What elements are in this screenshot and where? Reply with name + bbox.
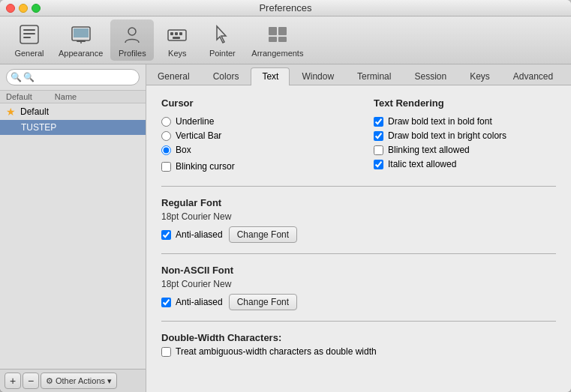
profiles-label: Profiles [119, 49, 146, 58]
regular-change-font-button[interactable]: Change Font [229, 226, 297, 243]
two-col-top: Cursor Underline Vertical Bar [161, 97, 556, 175]
toolbar-general[interactable]: General [8, 19, 51, 61]
italic-text-label: Italic text allowed [388, 159, 456, 169]
toolbar-profiles[interactable]: Profiles [110, 19, 154, 61]
tab-keys[interactable]: Keys [458, 67, 501, 85]
remove-profile-button[interactable]: − [23, 373, 39, 389]
toolbar-pointer[interactable]: Pointer [200, 19, 244, 61]
non-ascii-anti-alias-check[interactable]: Anti-aliased [161, 297, 223, 307]
toolbar-appearance[interactable]: Appearance [53, 19, 109, 61]
text-rendering-title: Text Rendering [374, 97, 556, 109]
blinking-text-checkbox[interactable] [374, 145, 383, 155]
sidebar-header: Default Name [0, 91, 146, 103]
bold-bright-label: Draw bold text in bright colors [388, 130, 506, 141]
cursor-box[interactable]: Box [161, 145, 344, 155]
appearance-icon [69, 22, 93, 46]
double-width-section: Double-Width Characters: Treat ambiguous… [161, 332, 556, 357]
toolbar-keys[interactable]: Keys [155, 19, 199, 61]
text-rendering-col: Text Rendering Draw bold text in bold fo… [374, 97, 556, 175]
col-default: Default [6, 92, 32, 101]
regular-anti-alias-label: Anti-aliased [176, 229, 223, 240]
non-ascii-change-font-button[interactable]: Change Font [229, 294, 297, 310]
bold-bold-label: Draw bold text in bold font [388, 116, 492, 127]
italic-text-checkbox[interactable] [374, 160, 383, 169]
profile-name-default: Default [20, 106, 49, 117]
toolbar-arrangements[interactable]: Arrangements [245, 19, 309, 61]
col-name: Name [55, 92, 77, 101]
cursor-col: Cursor Underline Vertical Bar [161, 97, 344, 175]
regular-anti-alias-checkbox[interactable] [161, 230, 171, 240]
cursor-box-radio[interactable] [161, 145, 171, 155]
cursor-underline[interactable]: Underline [161, 116, 344, 127]
other-actions-label: Other Actions [56, 376, 105, 385]
title-bar: Preferences [0, 0, 571, 16]
add-profile-button[interactable]: + [5, 373, 21, 389]
svg-rect-16 [269, 37, 277, 42]
svg-rect-13 [173, 37, 180, 39]
cursor-title: Cursor [161, 97, 344, 109]
italic-text-check[interactable]: Italic text allowed [374, 159, 556, 169]
non-ascii-anti-alias-label: Anti-aliased [176, 297, 223, 307]
non-ascii-font-row: Anti-aliased Change Font [161, 294, 556, 310]
profile-item-tustep[interactable]: TUSTEP [0, 120, 146, 135]
non-ascii-anti-alias-checkbox[interactable] [161, 298, 171, 307]
sidebar: 🔍 Default Name ★ Default TUSTEP + [0, 64, 146, 392]
sidebar-footer: + − ⚙ Other Actions ▾ [0, 369, 146, 392]
svg-rect-3 [23, 37, 31, 38]
svg-rect-2 [23, 33, 35, 34]
tab-text[interactable]: Text [251, 67, 290, 85]
panel-content: Cursor Underline Vertical Bar [146, 85, 571, 392]
tab-window[interactable]: Window [290, 67, 345, 85]
bold-bright-checkbox[interactable] [374, 131, 383, 141]
profiles-icon [120, 22, 144, 46]
non-ascii-font-section: Non-ASCII Font 18pt Courier New Anti-ali… [161, 265, 556, 310]
treat-ambiguous-checkbox[interactable] [161, 347, 171, 357]
non-ascii-font-name: 18pt Courier New [161, 279, 556, 289]
tab-general[interactable]: General [146, 67, 201, 85]
general-icon [17, 22, 41, 46]
star-icon: ★ [6, 106, 16, 118]
minimize-button[interactable] [19, 4, 28, 13]
blinking-text-check[interactable]: Blinking text allowed [374, 145, 556, 155]
traffic-lights [6, 4, 41, 13]
regular-font-title: Regular Font [161, 197, 556, 208]
tab-bar: General Colors Text Window Terminal Sess… [146, 64, 571, 85]
search-input[interactable] [6, 69, 140, 85]
cursor-vertical-bar-radio[interactable] [161, 131, 171, 141]
tab-colors[interactable]: Colors [202, 67, 251, 85]
tab-advanced[interactable]: Advanced [502, 67, 564, 85]
keys-icon [165, 22, 189, 46]
treat-ambiguous-label: Treat ambiguous-width characters as doub… [176, 346, 377, 357]
arrangements-icon [266, 22, 290, 46]
close-button[interactable] [6, 4, 15, 13]
bold-bold-checkbox[interactable] [374, 117, 383, 127]
blinking-cursor-checkbox[interactable] [161, 162, 171, 172]
window-title: Preferences [259, 2, 311, 13]
general-label: General [14, 49, 44, 58]
svg-rect-5 [74, 28, 89, 37]
regular-anti-alias-check[interactable]: Anti-aliased [161, 229, 223, 240]
cursor-options: Underline Vertical Bar Box [161, 116, 344, 155]
cursor-vertical-bar[interactable]: Vertical Bar [161, 130, 344, 141]
main-panel: General Colors Text Window Terminal Sess… [146, 64, 571, 392]
bold-bright-check[interactable]: Draw bold text in bright colors [374, 130, 556, 141]
other-actions-button[interactable]: ⚙ Other Actions ▾ [41, 373, 117, 389]
double-width-title: Double-Width Characters: [161, 332, 556, 343]
svg-rect-10 [170, 32, 173, 35]
gear-icon-small: ⚙ [46, 376, 53, 386]
divider-3 [161, 321, 556, 322]
bold-bold-check[interactable]: Draw bold text in bold font [374, 116, 556, 127]
treat-ambiguous-check[interactable]: Treat ambiguous-width characters as doub… [161, 346, 556, 357]
preferences-window: Preferences General Appearance Profiles [0, 0, 571, 392]
svg-rect-6 [77, 40, 86, 42]
cursor-underline-label: Underline [176, 116, 214, 127]
pointer-label: Pointer [209, 49, 236, 58]
profile-item-default[interactable]: ★ Default [0, 103, 146, 120]
blinking-cursor-check[interactable]: Blinking cursor [161, 161, 344, 172]
svg-point-8 [128, 28, 136, 35]
tab-session[interactable]: Session [403, 67, 458, 85]
tab-terminal[interactable]: Terminal [346, 67, 402, 85]
cursor-underline-radio[interactable] [161, 117, 171, 127]
maximize-button[interactable] [32, 4, 41, 13]
non-ascii-font-title: Non-ASCII Font [161, 265, 556, 276]
